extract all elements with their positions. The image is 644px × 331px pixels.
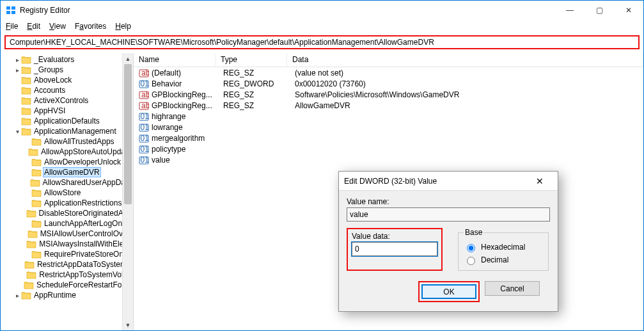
tree-item[interactable]: Accounts [3, 85, 133, 95]
value-row[interactable]: 011BehaviorREG_DWORD0x00012020 (73760) [134, 78, 643, 89]
tree-item-label: MSIAlwaysInstallWithEleva [38, 239, 133, 248]
tree-item[interactable]: ▸_Evaluators [3, 54, 133, 65]
scroll-track[interactable] [123, 64, 133, 319]
radio-hex[interactable]: Hexadecimal [464, 242, 543, 252]
dialog-buttons: OK Cancel [347, 281, 550, 302]
scroll-thumb[interactable] [124, 64, 132, 204]
col-type[interactable]: Type [216, 53, 287, 67]
caret-right-icon[interactable]: ▸ [13, 292, 21, 299]
value-row[interactable]: 011policytype [134, 143, 643, 154]
tree-item[interactable]: AppHVSI [3, 106, 133, 116]
tree-item-label: AppHVSI [33, 106, 67, 115]
tree-item-label: AllowStore [43, 188, 82, 197]
folder-icon [26, 270, 36, 279]
tree-item-label: RestrictAppToSystemVolun [38, 270, 133, 279]
tree-item-label: AllowGameDVR [43, 167, 101, 177]
tree-item[interactable]: AllowAppStoreAutoUpdate [3, 147, 133, 157]
tree-item[interactable]: ScheduleForceRestartForUp [3, 280, 133, 290]
tree-item[interactable]: ▸_Groups [3, 65, 133, 75]
tree-item[interactable]: MSIAllowUserControlOverI [3, 229, 133, 239]
dialog-titlebar: Edit DWORD (32-bit) Value ✕ [339, 172, 558, 191]
value-name: GPBlockingReg... [152, 90, 223, 99]
dialog-title: Edit DWORD (32-bit) Value [344, 177, 527, 186]
folder-icon [31, 198, 42, 207]
tree-item-label: LaunchAppAfterLogOn [43, 219, 123, 228]
menu-favorites[interactable]: Favorites [75, 22, 106, 31]
col-data[interactable]: Data [287, 53, 643, 67]
radio-dec-input[interactable] [467, 257, 475, 265]
value-row[interactable]: ab(Default)REG_SZ(value not set) [134, 67, 643, 78]
value-row[interactable]: 011lowrange [134, 122, 643, 133]
tree-item[interactable]: LaunchAppAfterLogOn [3, 218, 133, 229]
tree-item[interactable]: MSIAlwaysInstallWithEleva [3, 239, 133, 249]
radio-hex-input[interactable] [467, 244, 475, 252]
folder-icon [21, 291, 31, 300]
value-row[interactable]: abGPBlockingReg...REG_SZSoftware\Policie… [134, 89, 643, 100]
valuename-input[interactable] [347, 207, 550, 222]
main-content: ▸_Evaluators▸_GroupsAboveLockAccountsAct… [1, 53, 643, 330]
window-close-button[interactable]: ✕ [614, 1, 643, 20]
tree-item-label: ApplicationRestrictions [43, 198, 123, 207]
svg-text:ab: ab [141, 101, 149, 110]
cancel-button[interactable]: Cancel [485, 281, 540, 296]
svg-text:011: 011 [141, 156, 150, 165]
tree-pane[interactable]: ▸_Evaluators▸_GroupsAboveLockAccountsAct… [1, 53, 134, 330]
tree-item[interactable]: AllowAllTrustedApps [3, 136, 133, 147]
window-minimize-button[interactable]: — [555, 1, 585, 20]
value-name: highrange [152, 112, 223, 121]
svg-rect-1 [12, 6, 15, 10]
tree-item[interactable]: AllowSharedUserAppData [3, 177, 133, 188]
tree-item[interactable]: DisableStoreOriginatedApp [3, 208, 133, 218]
address-input[interactable] [8, 37, 636, 47]
menu-edit[interactable]: Edit [27, 22, 40, 31]
tree-item[interactable]: ▸AppRuntime [3, 290, 133, 300]
tree-item[interactable]: RestrictAppToSystemVolun [3, 270, 133, 280]
value-name: lowrange [152, 123, 223, 132]
tree-item-label: DisableStoreOriginatedApp [38, 209, 133, 218]
value-row[interactable]: 011highrange [134, 111, 643, 122]
svg-text:011: 011 [141, 145, 150, 154]
tree-item[interactable]: AllowStore [3, 188, 133, 198]
tree-item[interactable]: AllowDeveloperUnlock [3, 157, 133, 167]
scroll-up-icon[interactable]: ▲ [123, 53, 133, 64]
menu-view[interactable]: View [49, 22, 66, 31]
tree-item[interactable]: ▾ApplicationManagement [3, 126, 133, 136]
menu-help[interactable]: Help [115, 22, 131, 31]
scroll-down-icon[interactable]: ▼ [123, 319, 133, 330]
tree-scrollbar[interactable]: ▲ ▼ [122, 53, 133, 330]
tree-item[interactable]: RequirePrivateStoreOnly [3, 249, 133, 259]
tree-item[interactable]: ActiveXControls [3, 95, 133, 106]
tree-item[interactable]: RestrictAppDataToSystemV [3, 259, 133, 270]
value-name: Behavior [152, 79, 223, 88]
col-name[interactable]: Name [134, 53, 216, 67]
valuedata-input[interactable] [352, 242, 437, 256]
tree-item[interactable]: AboveLock [3, 75, 133, 85]
address-bar[interactable] [4, 35, 640, 49]
folder-icon [21, 55, 31, 64]
menu-file[interactable]: File [6, 22, 18, 31]
window-maximize-button[interactable]: ▢ [585, 1, 614, 20]
caret-down-icon[interactable]: ▾ [13, 128, 21, 135]
tree-item[interactable]: ApplicationDefaults [3, 116, 133, 126]
value-row[interactable]: 011value [134, 154, 643, 165]
radio-dec[interactable]: Decimal [464, 255, 543, 265]
svg-text:011: 011 [141, 134, 150, 143]
base-legend: Base [464, 228, 483, 237]
ok-highlight: OK [418, 281, 480, 302]
folder-icon [31, 168, 42, 177]
folder-icon [27, 229, 38, 238]
caret-right-icon[interactable]: ▸ [13, 56, 21, 63]
ok-button[interactable]: OK [421, 284, 476, 299]
value-data: Software\Policies\Microsoft\Windows\Game… [295, 90, 643, 99]
radio-dec-label: Decimal [481, 255, 508, 264]
reg-binary-icon: 011 [139, 144, 149, 154]
caret-right-icon[interactable]: ▸ [13, 67, 21, 74]
reg-binary-icon: 011 [139, 133, 149, 143]
reg-string-icon: ab [139, 68, 149, 78]
tree-item[interactable]: ApplicationRestrictions [3, 198, 133, 208]
dialog-close-button[interactable]: ✕ [527, 176, 553, 186]
value-row[interactable]: abGPBlockingReg...REG_SZAllowGameDVR [134, 100, 643, 111]
value-name: (Default) [152, 69, 223, 77]
value-row[interactable]: 011mergealgorithm [134, 133, 643, 143]
tree-item[interactable]: AllowGameDVR [3, 167, 133, 177]
